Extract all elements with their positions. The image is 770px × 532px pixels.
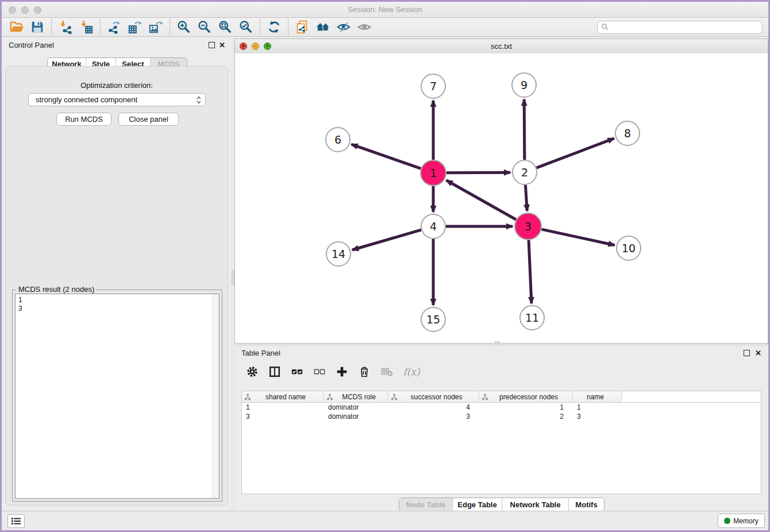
graph-edge-3-1[interactable] [446, 180, 516, 219]
graph-node-label: 14 [332, 248, 345, 260]
table-cell[interactable]: 2 [479, 412, 573, 421]
graph-edge-2-8[interactable] [537, 138, 614, 168]
zoom-out-icon [197, 20, 212, 34]
graph-node-8[interactable]: 8 [615, 121, 640, 145]
network-canvas[interactable]: 7968124314101511 [235, 53, 768, 343]
optimization-criterion-label: Optimization criterion: [6, 81, 228, 90]
export-image-button[interactable] [145, 18, 166, 36]
zoom-fit-button[interactable] [215, 18, 236, 36]
duplicate-network-icon [295, 20, 310, 34]
graph-node-1[interactable]: 1 [421, 160, 446, 186]
select-all-button[interactable] [290, 364, 305, 379]
table-panel-close-button[interactable]: ✕ [755, 349, 761, 357]
graph-edge-1-2[interactable] [446, 172, 510, 173]
network-window-minimize-button[interactable]: − [252, 43, 259, 50]
network-window-close-button[interactable]: ✕ [240, 43, 247, 50]
close-panel-button[interactable]: Close panel [118, 113, 179, 126]
tab-node-table[interactable]: Node Table [399, 498, 452, 511]
node-table: shared nameMCDS rolesuccessor nodesprede… [241, 391, 761, 494]
graph-node-15[interactable]: 15 [421, 307, 445, 331]
add-row-button[interactable] [334, 364, 349, 379]
column-header-shared-name[interactable]: shared name [242, 391, 324, 402]
horizontal-splitter-grip[interactable] [495, 341, 500, 344]
column-header-successor-nodes[interactable]: successor nodes [388, 391, 479, 402]
hide-selected-button[interactable] [333, 18, 354, 36]
graph-node-9[interactable]: 9 [512, 73, 536, 97]
tab-edge-table[interactable]: Edge Table [452, 498, 502, 511]
mcds-result-textarea[interactable]: 1 3 [15, 294, 220, 499]
graph-edge-1-6[interactable] [352, 144, 421, 168]
table-cell[interactable]: 3 [388, 412, 479, 421]
table-cell[interactable]: 3 [242, 412, 324, 421]
network-window-zoom-button[interactable]: + [264, 43, 271, 50]
column-header-MCDS-role[interactable]: MCDS role [324, 391, 388, 402]
zoom-out-button[interactable] [194, 18, 215, 36]
tab-motifs[interactable]: Motifs [568, 498, 604, 511]
deselect-all-icon [313, 365, 326, 378]
first-neighbors-button[interactable] [313, 18, 333, 36]
graph-edge-3-10[interactable] [541, 229, 614, 245]
task-history-button[interactable] [7, 514, 25, 528]
tab-network-table[interactable]: Network Table [502, 498, 568, 511]
table-cell[interactable]: 1 [242, 403, 324, 412]
control-panel-close-button[interactable]: ✕ [219, 41, 225, 49]
zoom-selected-icon [238, 20, 253, 34]
graph-node-label: 15 [426, 313, 440, 326]
app-title: Session: New Session [2, 5, 768, 14]
graph-node-10[interactable]: 10 [617, 236, 641, 260]
zoom-selected-button[interactable] [236, 18, 256, 36]
graph-node-4[interactable]: 4 [421, 214, 445, 238]
toolbar-separator [100, 19, 101, 35]
graph-node-11[interactable]: 11 [520, 306, 544, 330]
duplicate-network-button[interactable] [292, 18, 313, 36]
import-table-button[interactable] [76, 18, 97, 36]
table-panel-float-button[interactable] [744, 350, 750, 356]
zoom-fit-icon [218, 20, 233, 34]
table-cell[interactable]: dominator [324, 403, 388, 412]
export-table-button[interactable] [125, 18, 145, 36]
table-cell[interactable]: 1 [573, 403, 622, 412]
column-sort-icon [482, 394, 488, 400]
table-cell[interactable]: 1 [479, 403, 573, 412]
graph-node-2[interactable]: 2 [513, 160, 537, 184]
graph-node-7[interactable]: 7 [421, 74, 445, 98]
mcds-result-title: MCDS result (2 nodes) [16, 285, 97, 294]
network-window-title: scc.txt [235, 42, 768, 51]
graph-node-label: 9 [521, 79, 528, 91]
graph-edge-4-14[interactable] [352, 230, 421, 250]
memory-button[interactable]: Memory [718, 514, 765, 528]
run-mcds-button[interactable]: Run MCDS [56, 113, 111, 126]
import-network-button[interactable] [55, 18, 76, 36]
column-header-predecessor-nodes[interactable]: predecessor nodes [479, 391, 573, 402]
columns-button[interactable] [267, 364, 282, 379]
search-input[interactable] [609, 21, 762, 33]
deselect-all-button[interactable] [312, 364, 327, 379]
save-session-button[interactable] [27, 18, 48, 36]
search-box[interactable] [597, 21, 763, 34]
graph-edge-2-9[interactable] [524, 99, 525, 160]
column-header-label: shared name [251, 393, 324, 401]
delete-row-button[interactable] [357, 364, 372, 379]
settings-button[interactable] [245, 364, 260, 379]
workspace-area: scc.txt ✕−+ 7968124314101511 Table Panel… [234, 37, 768, 511]
graph-node-3[interactable]: 3 [515, 213, 541, 240]
mcds-result-scrollbar[interactable] [212, 294, 219, 498]
table-cell[interactable]: 3 [573, 412, 622, 421]
table-toolbar: f(x) [245, 361, 421, 382]
graph-node-14[interactable]: 14 [326, 242, 351, 266]
show-all-button[interactable] [354, 18, 375, 36]
table-row[interactable]: 1dominator411 [242, 403, 761, 412]
open-file-button[interactable] [6, 18, 27, 36]
table-row[interactable]: 3dominator323 [242, 412, 761, 421]
criterion-select[interactable]: strongly connected component [28, 93, 206, 106]
table-cell[interactable]: dominator [324, 412, 388, 421]
table-cell[interactable]: 4 [388, 403, 479, 412]
graph-edge-2-3[interactable] [525, 185, 527, 211]
column-header-name[interactable]: name [573, 391, 622, 402]
graph-edge-3-11[interactable] [529, 240, 532, 303]
refresh-layout-button[interactable] [264, 18, 284, 36]
export-network-button[interactable] [104, 18, 125, 36]
graph-node-6[interactable]: 6 [326, 128, 350, 152]
zoom-in-button[interactable] [174, 18, 194, 36]
control-panel-float-button[interactable] [209, 42, 215, 48]
